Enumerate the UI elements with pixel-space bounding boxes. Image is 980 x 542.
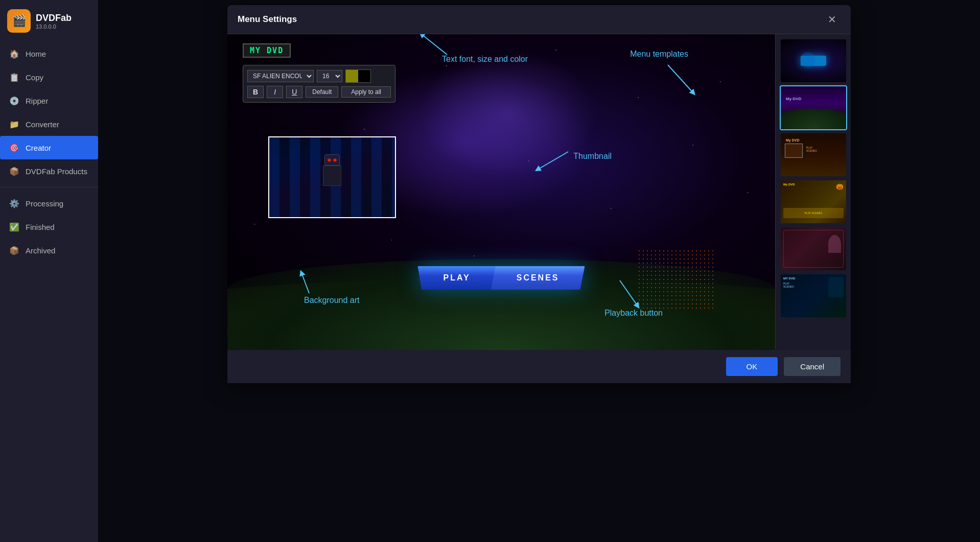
robot-eye-left bbox=[328, 159, 331, 161]
modal-close-button[interactable]: ✕ bbox=[824, 12, 841, 27]
thumbnail-arrow-svg bbox=[532, 147, 573, 177]
finished-icon: ✅ bbox=[9, 222, 19, 232]
sidebar-item-converter[interactable]: 📁 Converter bbox=[0, 112, 98, 136]
sidebar-item-creator[interactable]: 🎯 Creator bbox=[0, 136, 98, 159]
template-preview-4: My DVD 🎃 PLAY SCENES bbox=[781, 180, 846, 223]
font-select[interactable]: SF ALIEN ENCOU bbox=[247, 70, 314, 82]
modal-title: Menu Settings bbox=[238, 14, 297, 25]
template-thumb-6[interactable]: MY DVD PLAYSCENES bbox=[780, 273, 847, 318]
label-playback-text: Playback button bbox=[604, 309, 663, 318]
sidebar-item-label: Ripper bbox=[26, 97, 48, 105]
label-thumbnail-text: Thumbnail bbox=[573, 152, 612, 161]
sidebar-item-label: Archived bbox=[26, 246, 55, 255]
sidebar-item-processing[interactable]: ⚙️ Processing bbox=[0, 192, 98, 215]
sidebar-item-label: Finished bbox=[26, 223, 55, 231]
scenes-button[interactable]: SCENES bbox=[491, 266, 585, 290]
modal-action-buttons: OK Cancel bbox=[227, 350, 851, 383]
logo-icon: 🎬 bbox=[7, 9, 31, 33]
main-content: Menu Settings ✕ MY DVD bbox=[98, 0, 980, 542]
bg-arrow-svg bbox=[294, 268, 324, 298]
font-row-2: B I U Default Apply to all bbox=[247, 86, 391, 98]
sidebar-item-finished[interactable]: ✅ Finished bbox=[0, 215, 98, 239]
size-select[interactable]: 16 bbox=[317, 70, 342, 82]
modal-overlay: Menu Settings ✕ MY DVD bbox=[98, 0, 980, 542]
sidebar-item-label: DVDFab Products bbox=[26, 167, 87, 176]
sidebar-item-ripper[interactable]: 💿 Ripper bbox=[0, 89, 98, 112]
sidebar-item-copy[interactable]: 📋 Copy bbox=[0, 65, 98, 89]
template-thumb-4[interactable]: My DVD 🎃 PLAY SCENES bbox=[780, 179, 847, 224]
font-toolbar: SF ALIEN ENCOU 16 B I U bbox=[243, 65, 395, 103]
play-button[interactable]: PLAY bbox=[418, 266, 496, 290]
apply-to-all-button[interactable]: Apply to all bbox=[341, 86, 391, 98]
app-version: 13.0.0.0 bbox=[36, 23, 72, 30]
bold-button[interactable]: B bbox=[247, 86, 264, 98]
sidebar: 🎬 DVDFab 13.0.0.0 🏠 Home 📋 Copy 💿 Ripper… bbox=[0, 0, 98, 542]
svg-line-5 bbox=[538, 152, 568, 170]
sidebar-item-label: Copy bbox=[26, 73, 43, 82]
sidebar-item-dvdfab-products[interactable]: 📦 DVDFab Products bbox=[0, 159, 98, 183]
cancel-button[interactable]: Cancel bbox=[784, 357, 841, 376]
templates-panel: My DVD My DVD PLAYSCENES bbox=[775, 34, 851, 350]
template-preview-6: MY DVD PLAYSCENES bbox=[781, 274, 846, 317]
font-row-1: SF ALIEN ENCOU 16 bbox=[247, 69, 391, 83]
sidebar-item-home[interactable]: 🏠 Home bbox=[0, 42, 98, 65]
app-name: DVDFab bbox=[36, 13, 72, 23]
thumbnail-preview bbox=[268, 136, 396, 218]
template-arrow-svg bbox=[663, 60, 704, 101]
modal-body: MY DVD SF ALIEN ENCOU 16 bbox=[227, 34, 851, 350]
template-thumb-2[interactable]: My DVD bbox=[780, 85, 847, 130]
sidebar-item-label: Processing bbox=[26, 199, 63, 208]
default-button[interactable]: Default bbox=[306, 86, 338, 98]
font-arrow-svg bbox=[411, 34, 452, 60]
canvas-area: MY DVD SF ALIEN ENCOU 16 bbox=[227, 34, 775, 350]
template-preview-3: My DVD PLAYSCENES bbox=[781, 133, 846, 176]
archived-icon: 📦 bbox=[9, 245, 19, 255]
template-thumb-5[interactable] bbox=[780, 226, 847, 271]
template-preview-2: My DVD bbox=[781, 86, 846, 129]
creator-icon: 🎯 bbox=[9, 143, 19, 153]
robot-head bbox=[324, 154, 340, 166]
label-font-text: Text font, size and color bbox=[442, 55, 528, 64]
svg-line-3 bbox=[668, 65, 693, 93]
svg-line-1 bbox=[422, 34, 447, 55]
underline-button[interactable]: U bbox=[286, 86, 302, 98]
template-preview-1 bbox=[781, 39, 846, 82]
sidebar-nav: 🏠 Home 📋 Copy 💿 Ripper 📁 Converter 🎯 Cre… bbox=[0, 42, 98, 542]
ok-button[interactable]: OK bbox=[726, 357, 778, 376]
thumbnail-content bbox=[269, 137, 395, 217]
menu-settings-modal: Menu Settings ✕ MY DVD bbox=[227, 5, 851, 383]
template-preview-5 bbox=[781, 227, 846, 270]
logo-text: DVDFab 13.0.0.0 bbox=[36, 13, 72, 30]
ripper-icon: 💿 bbox=[9, 96, 19, 106]
robot-eye-right bbox=[334, 159, 336, 161]
app-logo: 🎬 DVDFab 13.0.0.0 bbox=[0, 0, 79, 42]
sidebar-item-label: Converter bbox=[26, 120, 59, 129]
sidebar-divider bbox=[0, 187, 98, 187]
dvdfab-products-icon: 📦 bbox=[9, 166, 19, 176]
converter-icon: 📁 bbox=[9, 119, 19, 129]
copy-icon: 📋 bbox=[9, 72, 19, 82]
template-thumb-1[interactable] bbox=[780, 38, 847, 83]
playback-buttons: PLAY SCENES bbox=[418, 266, 585, 290]
sidebar-item-label: Creator bbox=[26, 144, 51, 152]
robot-body bbox=[323, 166, 341, 186]
home-icon: 🏠 bbox=[9, 49, 19, 59]
modal-header: Menu Settings ✕ bbox=[227, 5, 851, 34]
dvd-title[interactable]: MY DVD bbox=[243, 43, 291, 58]
processing-icon: ⚙️ bbox=[9, 198, 19, 208]
svg-line-7 bbox=[301, 273, 309, 293]
label-template-text: Menu templates bbox=[630, 50, 688, 59]
playback-arrow-svg bbox=[615, 275, 650, 311]
sidebar-item-label: Home bbox=[26, 50, 46, 58]
color-picker-button[interactable] bbox=[345, 69, 371, 83]
svg-line-9 bbox=[620, 280, 638, 306]
sidebar-item-archived[interactable]: 📦 Archived bbox=[0, 239, 98, 262]
template-thumb-3[interactable]: My DVD PLAYSCENES bbox=[780, 132, 847, 177]
dvd-preview: MY DVD SF ALIEN ENCOU 16 bbox=[227, 34, 775, 350]
label-bg-text: Background art bbox=[304, 296, 360, 305]
robot-figure bbox=[317, 154, 347, 200]
italic-button[interactable]: I bbox=[267, 86, 283, 98]
